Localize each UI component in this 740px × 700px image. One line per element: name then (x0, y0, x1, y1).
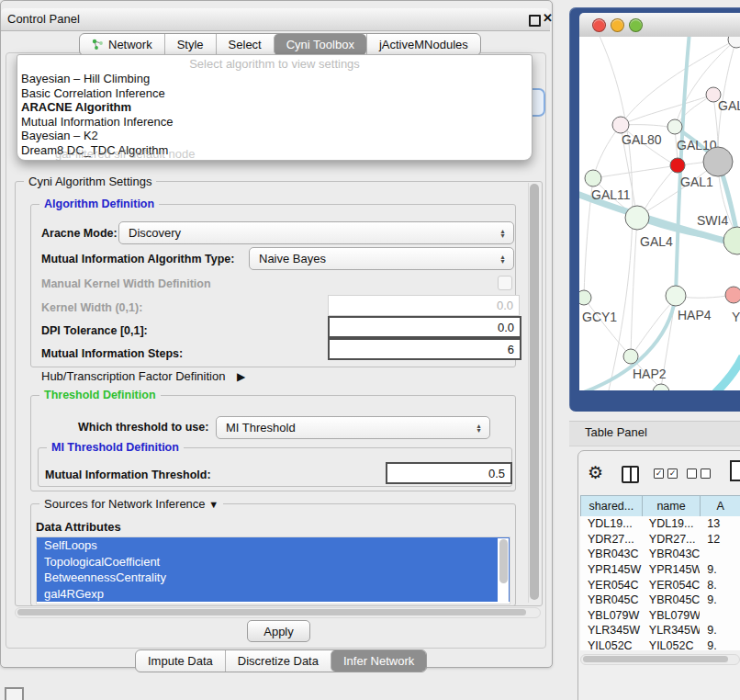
graph-node[interactable] (653, 384, 669, 390)
tab-jactivemnodules[interactable]: jActiveMNodules (366, 34, 480, 55)
graph-node[interactable] (723, 227, 740, 254)
graph-node[interactable] (725, 287, 740, 303)
table-cell[interactable]: YPR145W (642, 563, 700, 576)
expanded-arrow-icon[interactable]: ▼ (208, 499, 219, 510)
network-window-titlebar[interactable] (579, 13, 740, 38)
algorithm-option[interactable]: Mutual Information Inference (17, 115, 532, 130)
table-cell[interactable]: YDR27... (580, 533, 642, 546)
table-cell[interactable]: 13 (700, 517, 740, 530)
algorithm-option-aracne[interactable]: ARACNE Algorithm (17, 100, 532, 115)
table-cell[interactable]: YLR345W (580, 624, 642, 637)
deselect-all-columns-icon[interactable] (687, 469, 711, 479)
scrollbar-thumb[interactable] (499, 539, 508, 583)
attribute-item[interactable]: BetweennessCentrality (37, 570, 510, 586)
graph-node[interactable] (670, 158, 685, 173)
mi-algorithm-type-combobox[interactable]: Naive Bayes ▴▾ (249, 247, 514, 270)
gear-icon[interactable]: ⚙ (588, 462, 603, 483)
mi-steps-field[interactable]: 6 (328, 338, 521, 360)
tab-infer-network[interactable]: Infer Network (331, 650, 426, 672)
table-cell[interactable]: YBR043C (642, 548, 700, 560)
network-view-canvas[interactable]: GALGAL80GAL10GAL1GAL11GAL4SWI4GCY1HAP4YH… (579, 37, 740, 390)
aracne-mode-combobox[interactable]: Discovery ▴▾ (118, 221, 514, 244)
table-cell[interactable]: YER054C (642, 579, 700, 592)
tab-select[interactable]: Select (216, 34, 274, 55)
graph-edge[interactable] (644, 165, 678, 211)
settings-vertical-scrollbar[interactable] (528, 183, 541, 603)
settings-horizontal-scrollbar[interactable] (15, 607, 541, 618)
minimize-traffic-light[interactable] (611, 18, 624, 32)
control-panel-titlebar[interactable] (1, 8, 550, 31)
tab-style[interactable]: Style (164, 34, 216, 55)
table-cell[interactable]: YPR145W (580, 563, 642, 576)
table-cell[interactable]: 9. (700, 563, 740, 576)
algorithm-option[interactable]: Bayesian – Hill Climbing (17, 72, 532, 86)
graph-node[interactable] (579, 290, 591, 305)
tab-cyni-toolbox[interactable]: Cyni Toolbox (274, 34, 366, 55)
table-cell[interactable]: YBL079W (642, 609, 700, 622)
table-cell[interactable]: YBR045C (580, 593, 642, 606)
table-row[interactable]: YBR045CYBR045C9. (580, 593, 740, 608)
table-cell[interactable]: 9. (700, 593, 740, 606)
table-cell[interactable]: 9. (700, 624, 740, 637)
graph-edge[interactable] (593, 165, 678, 178)
manual-kernel-width-checkbox[interactable] (498, 276, 512, 290)
table-cell[interactable]: 12 (700, 533, 740, 546)
table-cell[interactable]: 9. (700, 639, 740, 650)
graph-edge[interactable] (715, 356, 740, 390)
select-all-columns-icon[interactable]: ✓ ✓ (654, 469, 678, 479)
close-traffic-light[interactable] (592, 18, 606, 32)
graph-node[interactable] (623, 349, 638, 364)
attribute-item[interactable]: TopologicalCoefficient (37, 554, 510, 570)
mi-threshold-field[interactable]: 0.5 (386, 462, 512, 484)
close-icon[interactable]: ✕ (543, 11, 553, 25)
graph-node[interactable] (667, 119, 682, 134)
table-cell[interactable]: YBR043C (580, 548, 642, 560)
apply-button[interactable]: Apply (247, 620, 310, 642)
table-row[interactable]: YIL052CYIL052C9. (580, 638, 740, 650)
graph-edge[interactable] (584, 298, 631, 356)
algorithm-option[interactable]: Basic Correlation Inference (17, 86, 532, 101)
collapsed-panel-icon[interactable] (5, 687, 24, 700)
tab-discretize-data[interactable]: Discretize Data (225, 650, 331, 672)
table-row[interactable]: YBR043CYBR043C (580, 547, 740, 562)
graph-node[interactable] (625, 206, 649, 230)
table-cell[interactable]: YDR27... (642, 533, 700, 546)
table-row[interactable]: YLR345WYLR345W9. (580, 623, 740, 638)
graph-node[interactable] (612, 117, 629, 133)
zoom-traffic-light[interactable] (629, 18, 643, 32)
column-header-name[interactable]: name (643, 496, 701, 516)
collapsed-arrow-icon[interactable]: ▶ (237, 370, 245, 383)
dpi-tolerance-field[interactable]: 0.0 (328, 316, 521, 338)
table-row[interactable]: YDR27...YDR27...12 (580, 532, 740, 548)
graph-edge[interactable] (593, 125, 621, 178)
tab-network[interactable]: Network (80, 34, 164, 55)
table-row[interactable]: YER054CYER054C8. (580, 577, 740, 593)
scrollbar-thumb[interactable] (530, 184, 539, 600)
column-header-shared-name[interactable]: shared... (581, 496, 643, 516)
hub-definition-toggle[interactable]: Hub/Transcription Factor Definition ▶ (41, 369, 245, 383)
kernel-width-field[interactable]: 0.0 (328, 295, 520, 316)
network-graph[interactable]: GALGAL80GAL10GAL1GAL11GAL4SWI4GCY1HAP4YH… (579, 37, 740, 390)
graph-node[interactable] (585, 170, 601, 186)
import-table-icon[interactable] (730, 460, 740, 481)
which-threshold-combobox[interactable]: MI Threshold ▴▾ (216, 416, 490, 439)
table-cell[interactable]: YIL052C (580, 639, 642, 650)
table-cell[interactable]: YDL19... (642, 517, 700, 530)
attribute-item[interactable]: SelfLoops (37, 537, 510, 554)
table-cell[interactable]: YBR045C (642, 593, 700, 606)
attributes-scrollbar[interactable] (498, 538, 509, 602)
attribute-item[interactable]: gal4RGexp (37, 586, 510, 603)
table-horizontal-scrollbar[interactable] (580, 654, 740, 665)
scrollbar-thumb[interactable] (17, 609, 526, 615)
tab-impute-data[interactable]: Impute Data (136, 650, 225, 672)
graph-edge[interactable] (621, 95, 713, 125)
table-row[interactable]: YBL079WYBL079W (580, 608, 740, 624)
graph-node[interactable] (703, 147, 733, 176)
graph-node[interactable] (728, 37, 740, 48)
float-window-icon[interactable] (529, 15, 541, 27)
table-cell[interactable]: YIL052C (642, 639, 700, 650)
table-row[interactable]: YDL19...YDL19...13 (580, 516, 740, 532)
table-cell[interactable]: 8. (700, 579, 740, 592)
graph-node[interactable] (666, 286, 686, 306)
table-cell[interactable]: YBL079W (580, 609, 642, 622)
